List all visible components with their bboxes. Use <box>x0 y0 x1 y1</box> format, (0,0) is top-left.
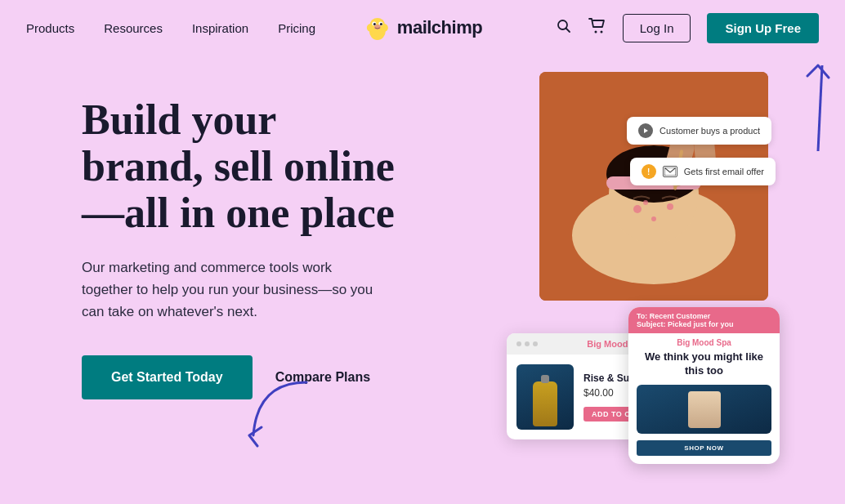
mobile-candle-product <box>688 391 721 428</box>
svg-point-19 <box>633 205 642 213</box>
mobile-shop-now-button[interactable]: SHOP NOW <box>637 440 771 456</box>
cta-arrow <box>241 374 315 448</box>
logo[interactable]: mailchimp <box>363 13 482 42</box>
hero-right: Customer buys a product ! Gets first ema… <box>490 72 780 480</box>
signup-button[interactable]: Sign Up Free <box>707 13 819 43</box>
nav-resources[interactable]: Resources <box>104 21 163 35</box>
mobile-to-line: To: Recent Customer <box>637 312 771 320</box>
mobile-headline: We think you might like this too <box>637 350 771 378</box>
mobile-email-card: To: Recent Customer Subject: Picked just… <box>628 307 780 464</box>
nav-products[interactable]: Products <box>26 21 74 35</box>
mailchimp-monkey-icon <box>363 13 392 42</box>
nav-pricing[interactable]: Pricing <box>278 21 315 35</box>
spa-photo-illustration <box>539 72 768 301</box>
notification-1: Customer buys a product <box>627 117 771 145</box>
svg-point-13 <box>600 30 602 33</box>
mobile-product-image <box>637 385 771 434</box>
svg-line-11 <box>566 28 570 32</box>
nav-inspiration[interactable]: Inspiration <box>192 21 248 35</box>
play-icon <box>638 123 653 138</box>
cart-icon[interactable] <box>588 18 606 38</box>
hero-subtext: Our marketing and commerce tools work to… <box>82 256 376 323</box>
svg-point-22 <box>643 200 648 205</box>
hero-left: Build your brand, sell online —all in on… <box>82 72 474 399</box>
notification-2: ! Gets first email offer <box>630 158 776 185</box>
mobile-card-header: To: Recent Customer Subject: Picked just… <box>628 307 780 333</box>
login-button[interactable]: Log In <box>623 14 691 42</box>
mobile-card-content: Big Mood Spa We think you might like thi… <box>628 333 780 456</box>
svg-marker-26 <box>644 128 648 133</box>
svg-point-7 <box>373 23 376 25</box>
logo-text: mailchimp <box>397 17 482 38</box>
browser-dots <box>516 341 538 346</box>
product-bottle <box>533 381 557 426</box>
warning-icon: ! <box>642 164 656 179</box>
svg-point-12 <box>594 30 597 33</box>
search-icon[interactable] <box>556 18 572 38</box>
dot-1 <box>516 341 521 346</box>
svg-point-20 <box>667 203 673 210</box>
signup-arrow <box>773 49 830 155</box>
svg-point-21 <box>651 216 656 221</box>
dot-2 <box>525 341 530 346</box>
mobile-spa-name: Big Mood Spa <box>637 333 771 350</box>
nav-right: Log In Sign Up Free <box>556 13 819 43</box>
mobile-subject-line: Subject: Picked just for you <box>637 320 771 328</box>
svg-point-8 <box>380 23 382 25</box>
get-started-button[interactable]: Get Started Today <box>82 355 253 399</box>
spa-photo <box>539 72 768 301</box>
email-icon <box>663 166 677 177</box>
hero-headline: Build your brand, sell online —all in on… <box>82 96 474 237</box>
product-image <box>516 364 574 430</box>
hero-section: Build your brand, sell online —all in on… <box>0 56 845 504</box>
nav-links: Products Resources Inspiration Pricing <box>26 21 315 35</box>
navbar: Products Resources Inspiration Pricing m… <box>0 0 845 56</box>
